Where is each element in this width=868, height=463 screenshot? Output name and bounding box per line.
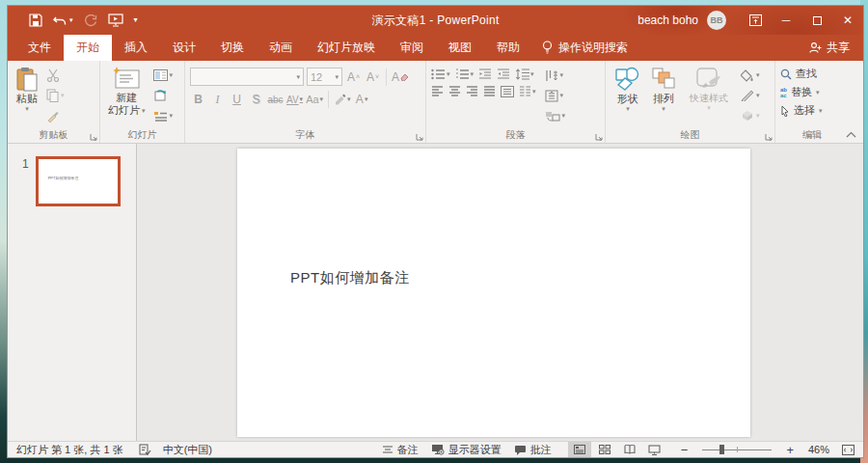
slide-thumbnail[interactable]: PPT如何增加备注 [36,156,121,206]
thumbnail-row[interactable]: 1 PPT如何增加备注 [8,156,136,206]
spell-check-icon[interactable] [139,444,151,455]
slide-title-text[interactable]: PPT如何增加备注 [290,269,410,287]
ribbon-display-options-icon[interactable] [740,6,771,35]
justify-icon [483,86,496,97]
notes-icon [382,445,393,454]
fit-slide-to-window-icon[interactable] [842,445,854,455]
tab-review[interactable]: 审阅 [388,35,436,61]
language-indicator[interactable]: 中文(中国) [163,443,212,457]
slide-thumbnail-panel[interactable]: 1 PPT如何增加备注 [8,144,137,441]
arrange-button[interactable]: 排列 ▾ [648,66,679,127]
text-direction-icon[interactable]: ▾ [543,67,568,84]
tab-view[interactable]: 视图 [436,35,484,61]
paragraph-group-label: 段落 [426,127,605,143]
paste-button[interactable]: 粘贴 ▾ [13,66,41,127]
zoom-in-button[interactable]: + [784,443,796,457]
slide-counter: 幻灯片 第 1 张, 共 1 张 [16,443,123,457]
ribbon: 粘贴 ▾ ▾ 剪贴板 [8,61,863,144]
new-slide-button[interactable]: 新建 幻灯片▾ [105,66,149,127]
font-dialog-launcher-icon[interactable] [416,133,423,141]
normal-view-button[interactable] [568,442,591,457]
tab-file[interactable]: 文件 [15,35,64,61]
close-button[interactable]: ✕ [832,6,863,35]
slide-number: 1 [22,156,29,206]
maximize-button[interactable] [801,6,832,35]
clipboard-dialog-launcher-icon[interactable] [90,133,97,141]
zoom-slider-thumb[interactable] [719,445,724,454]
slides-group: 新建 幻灯片▾ ▾ ▾ 幻灯片 [100,61,185,143]
slide[interactable]: PPT如何增加备注 [237,149,750,437]
shape-fill-icon[interactable]: ▾ [739,67,762,84]
align-text-vertical-icon[interactable]: ▾ [543,87,568,104]
select-button[interactable]: 选择 ▾ [780,103,846,118]
title-bar: ▾ ▾ 演示文稿1 - PowerPoint beach boho BB ─ ✕ [8,6,863,35]
align-right-icon [466,86,478,97]
replace-button[interactable]: ab ac 替换 ▾ [780,85,846,99]
tab-animations[interactable]: 动画 [257,35,305,61]
tab-design[interactable]: 设计 [160,35,208,61]
section-icon[interactable]: ▾ [151,107,176,124]
notes-toggle[interactable]: 备注 [382,443,419,457]
line-spacing-icon: ▾ [515,68,534,80]
reset-slide-icon[interactable] [151,87,176,104]
find-button[interactable]: 查找 [780,67,846,81]
bullets-icon: ▾ [431,68,450,80]
undo-icon[interactable]: ▾ [53,14,73,26]
arrange-icon [651,67,676,93]
zoom-slider[interactable] [702,442,772,457]
font-group: ▾ 12▾ A˄ A˅ A B I U S abc AV▾ [185,61,426,143]
redo-icon [84,14,97,27]
minimize-button[interactable]: ─ [771,6,801,35]
format-painter-icon [44,107,67,124]
slideshow-view-button[interactable] [643,442,666,457]
drawing-group-label: 绘图 [606,127,774,143]
italic-button: I [209,91,226,108]
share-button[interactable]: 共享 [809,35,850,61]
save-icon[interactable] [29,14,42,27]
zoom-out-button[interactable]: − [679,443,691,457]
clear-formatting-button: A [392,68,409,86]
editing-group: 查找 ab ac 替换 ▾ 选择 ▾ 编辑 [775,61,849,143]
paragraph-group: ▾ ▾ ▾ ▾ [426,61,606,143]
shapes-icon [613,67,642,93]
undo-dropdown-icon[interactable]: ▾ [69,17,73,23]
zoom-level[interactable]: 46% [808,444,829,455]
tab-home[interactable]: 开始 [64,35,112,61]
character-spacing-button: AV▾ [286,91,303,108]
slide-sorter-view-button[interactable] [593,442,616,457]
slide-layout-icon[interactable]: ▾ [151,67,176,84]
reading-view-button[interactable] [618,442,641,457]
start-from-beginning-icon[interactable] [108,14,123,27]
slide-editing-area[interactable]: PPT如何增加备注 [137,144,863,441]
quick-access-toolbar: ▾ ▾ [29,14,138,27]
bold-button: B [190,91,206,108]
highlight-pen-icon [334,94,346,105]
status-bar: 幻灯片 第 1 张, 共 1 张 中文(中国) 备注 显示器设置 批注 [8,441,863,457]
increase-indent-icon [497,68,510,80]
cut-icon [44,67,67,84]
tab-insert[interactable]: 插入 [112,35,160,61]
quick-styles-button: 快速样式 ▾ [682,66,736,127]
shape-outline-icon[interactable]: ▾ [739,87,762,104]
replace-icon: ab ac [780,87,787,98]
avatar[interactable]: BB [707,11,726,30]
paragraph-dialog-launcher-icon[interactable] [595,133,603,141]
thumbnail-title-text: PPT如何增加备注 [48,176,79,180]
convert-to-smartart-icon[interactable]: ▾ [543,107,568,124]
quick-styles-icon [695,67,722,92]
collapse-ribbon-icon[interactable] [846,131,856,138]
search-icon [780,68,792,80]
tab-help[interactable]: 帮助 [484,35,532,61]
workspace: 1 PPT如何增加备注 PPT如何增加备注 [8,144,863,441]
tell-me-search[interactable]: 操作说明搜索 [542,35,628,61]
account-area[interactable]: beach boho BB [637,11,726,30]
shape-effects-icon: ▾ [739,107,762,124]
view-buttons [568,442,666,457]
shapes-button[interactable]: 形状 ▾ [610,66,645,127]
comments-toggle[interactable]: 批注 [514,443,552,457]
drawing-dialog-launcher-icon[interactable] [765,133,773,141]
customize-qat-icon[interactable]: ▾ [134,17,138,23]
tab-slideshow[interactable]: 幻灯片放映 [305,35,388,61]
tab-transitions[interactable]: 切换 [208,35,257,61]
display-settings-button[interactable]: 显示器设置 [431,443,502,457]
